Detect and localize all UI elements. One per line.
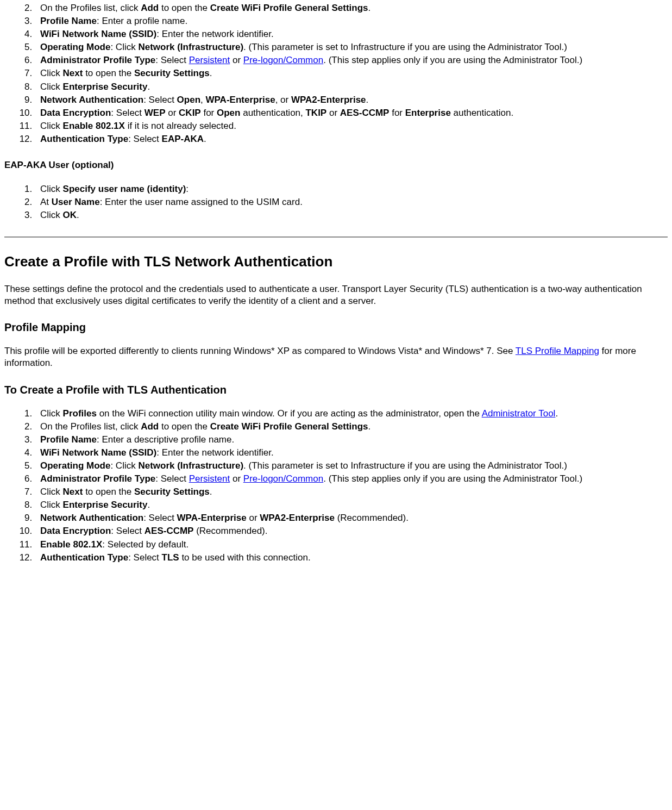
list-item: Enable 802.1X: Selected by default. bbox=[35, 539, 668, 551]
list-item: Click Enterprise Security. bbox=[35, 81, 668, 93]
list-item: Click Next to open the Security Settings… bbox=[35, 486, 668, 498]
list-item: Network Authentication: Select WPA-Enter… bbox=[35, 512, 668, 524]
link[interactable]: Pre-logon/Common bbox=[243, 473, 323, 484]
list-item: Data Encryption: Select AES-CCMP (Recomm… bbox=[35, 525, 668, 537]
link[interactable]: Pre-logon/Common bbox=[243, 55, 323, 65]
profile-mapping-heading: Profile Mapping bbox=[4, 320, 668, 334]
tls-setup-list: Click Profiles on the WiFi connection ut… bbox=[4, 408, 668, 564]
tls-description: These settings define the protocol and t… bbox=[4, 283, 668, 307]
list-item: Profile Name: Enter a profile name. bbox=[35, 15, 668, 27]
link[interactable]: Administrator Tool bbox=[482, 408, 556, 419]
list-item: Network Authentication: Select Open, WPA… bbox=[35, 94, 668, 106]
list-item: Profile Name: Enter a descriptive profil… bbox=[35, 434, 668, 446]
list-item: Click Next to open the Security Settings… bbox=[35, 67, 668, 79]
list-item: Operating Mode: Click Network (Infrastru… bbox=[35, 41, 668, 53]
list-item: Click OK. bbox=[35, 209, 668, 221]
list-item: Administrator Profile Type: Select Persi… bbox=[35, 54, 668, 66]
list-item: WiFi Network Name (SSID): Enter the netw… bbox=[35, 28, 668, 40]
link[interactable]: Persistent bbox=[189, 55, 230, 65]
eap-aka-user-heading: EAP-AKA User (optional) bbox=[4, 159, 668, 171]
divider bbox=[4, 236, 668, 238]
eap-aka-user-list: Click Specify user name (identity):At Us… bbox=[4, 183, 668, 221]
list-item: Data Encryption: Select WEP or CKIP for … bbox=[35, 107, 668, 119]
list-item: On the Profiles list, click Add to open … bbox=[35, 421, 668, 433]
list-item: Administrator Profile Type: Select Persi… bbox=[35, 473, 668, 485]
list-item: Click Profiles on the WiFi connection ut… bbox=[35, 408, 668, 420]
to-create-tls-heading: To Create a Profile with TLS Authenticat… bbox=[4, 383, 668, 397]
tls-profile-mapping-link[interactable]: TLS Profile Mapping bbox=[516, 346, 599, 356]
text: This profile will be exported differentl… bbox=[4, 346, 516, 356]
list-item: Operating Mode: Click Network (Infrastru… bbox=[35, 460, 668, 472]
link[interactable]: Persistent bbox=[189, 473, 230, 484]
list-item: Click Enterprise Security. bbox=[35, 499, 668, 511]
eap-aka-setup-list: On the Profiles list, click Add to open … bbox=[4, 2, 668, 145]
list-item: Click Enable 802.1X if it is not already… bbox=[35, 120, 668, 132]
list-item: Authentication Type: Select EAP-AKA. bbox=[35, 133, 668, 145]
list-item: Click Specify user name (identity): bbox=[35, 183, 668, 195]
list-item: On the Profiles list, click Add to open … bbox=[35, 2, 668, 14]
tls-heading: Create a Profile with TLS Network Authen… bbox=[4, 253, 668, 271]
list-item: WiFi Network Name (SSID): Enter the netw… bbox=[35, 447, 668, 459]
list-item: At User Name: Enter the user name assign… bbox=[35, 196, 668, 208]
list-item: Authentication Type: Select TLS to be us… bbox=[35, 552, 668, 564]
profile-mapping-paragraph: This profile will be exported differentl… bbox=[4, 345, 668, 369]
